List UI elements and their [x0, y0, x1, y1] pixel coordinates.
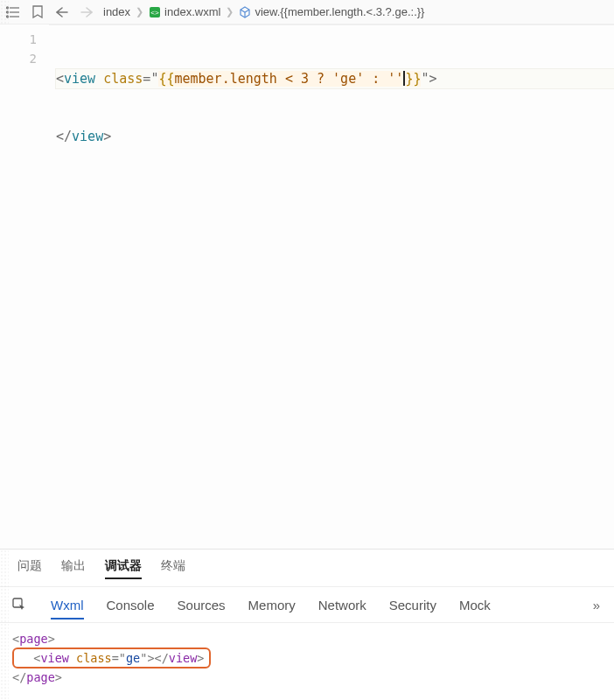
- code-line[interactable]: <view class="{{member.length < 3 ? 'ge' …: [56, 69, 614, 88]
- devtab-console[interactable]: Console: [107, 598, 155, 612]
- cube-icon: [239, 6, 251, 18]
- element-page-close[interactable]: </page>: [12, 668, 602, 686]
- crumb-label: view.{{member.length.<.3.?.ge.:.}}: [255, 5, 424, 18]
- element-page-open[interactable]: <page>: [12, 630, 602, 648]
- devtab-mock[interactable]: Mock: [459, 598, 491, 612]
- panel-tabs: 问题 输出 调试器 终端: [0, 550, 614, 587]
- line-number: 2: [0, 49, 37, 68]
- mustache-open: {{: [158, 71, 174, 87]
- crumb-label: index: [103, 5, 130, 18]
- devtab-sources[interactable]: Sources: [178, 598, 226, 612]
- editor-topbar: index ❯ <> index.wxml ❯ view.{{member.le…: [0, 0, 614, 24]
- mustache-close: }}: [405, 71, 421, 87]
- inspect-icon[interactable]: [10, 596, 28, 613]
- tag-view: view: [72, 129, 103, 144]
- tag-view: view: [64, 71, 95, 87]
- devtab-network[interactable]: Network: [318, 598, 366, 612]
- angle-close: >: [429, 71, 436, 87]
- panel-tab-problems[interactable]: 问题: [17, 558, 42, 579]
- breadcrumb: index ❯ <> index.wxml ❯ view.{{member.le…: [103, 5, 609, 18]
- panel-tab-debugger[interactable]: 调试器: [105, 558, 142, 579]
- angle-open: <: [56, 71, 64, 87]
- attr-class: class: [103, 71, 143, 87]
- code-editor[interactable]: 1 2 <view class="{{member.length < 3 ? '…: [0, 24, 614, 549]
- line-number: 1: [0, 30, 37, 49]
- element-view-highlight[interactable]: <view class="ge"></view>: [12, 648, 211, 668]
- devtools-tabs: Wxml Console Sources Memory Network Secu…: [0, 587, 614, 623]
- line-gutter: 1 2: [0, 24, 49, 549]
- crumb-label: index.wxml: [164, 5, 220, 18]
- code-area[interactable]: <view class="{{member.length < 3 ? 'ge' …: [49, 24, 614, 549]
- chevron-right-icon: ❯: [136, 6, 143, 18]
- devtab-memory[interactable]: Memory: [248, 598, 296, 612]
- devtab-overflow-icon[interactable]: »: [593, 598, 600, 612]
- chevron-right-icon: ❯: [226, 6, 234, 18]
- nav-back-icon[interactable]: [54, 4, 70, 20]
- elements-tree[interactable]: <page> <view class="ge"></view> </page>: [0, 623, 614, 700]
- nav-forward-icon[interactable]: [79, 4, 94, 20]
- crumb-symbol[interactable]: view.{{member.length.<.3.?.ge.:.}}: [239, 5, 424, 18]
- code-line[interactable]: </view>: [56, 127, 614, 146]
- bookmark-icon[interactable]: [30, 4, 45, 20]
- crumb-file[interactable]: <> index.wxml: [149, 5, 220, 18]
- panel-tab-terminal[interactable]: 终端: [161, 558, 185, 579]
- devtab-wxml[interactable]: Wxml: [51, 598, 84, 620]
- panel-tab-output[interactable]: 输出: [61, 558, 86, 579]
- expression: member.length < 3 ? 'ge' : '': [174, 71, 403, 87]
- crumb-folder[interactable]: index: [103, 5, 130, 18]
- wxml-file-icon: <>: [149, 6, 161, 18]
- bottom-panel: 问题 输出 调试器 终端 Wxml Console Sources Memory…: [0, 549, 614, 700]
- devtab-security[interactable]: Security: [389, 598, 436, 612]
- svg-text:<>: <>: [150, 9, 159, 17]
